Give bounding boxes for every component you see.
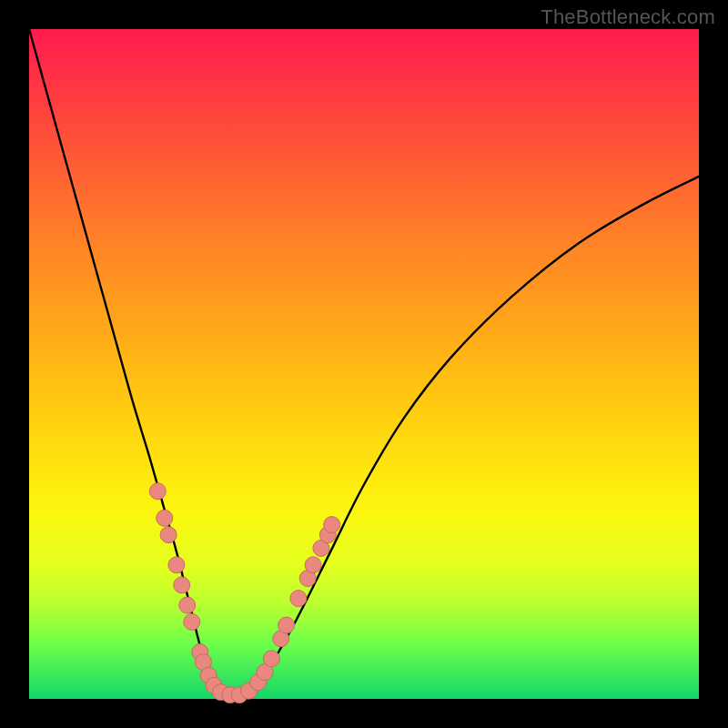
bottleneck-curve bbox=[29, 29, 699, 696]
chart-frame: TheBottleneck.com bbox=[0, 0, 728, 728]
marker-dot bbox=[157, 510, 173, 526]
marker-dot bbox=[168, 557, 185, 573]
marker-dot bbox=[263, 651, 279, 667]
marker-dot bbox=[305, 557, 321, 573]
watermark-text: TheBottleneck.com bbox=[541, 5, 715, 29]
chart-svg bbox=[29, 29, 699, 699]
marker-dot bbox=[174, 577, 190, 593]
chart-plot-area bbox=[29, 29, 699, 699]
marker-dot bbox=[290, 591, 307, 607]
highlighted-dots-group bbox=[149, 483, 339, 703]
marker-dot bbox=[149, 483, 166, 500]
marker-dot bbox=[160, 527, 177, 543]
marker-dot bbox=[179, 597, 196, 613]
marker-dot bbox=[324, 517, 340, 533]
marker-dot bbox=[278, 617, 295, 633]
marker-dot bbox=[184, 613, 200, 630]
